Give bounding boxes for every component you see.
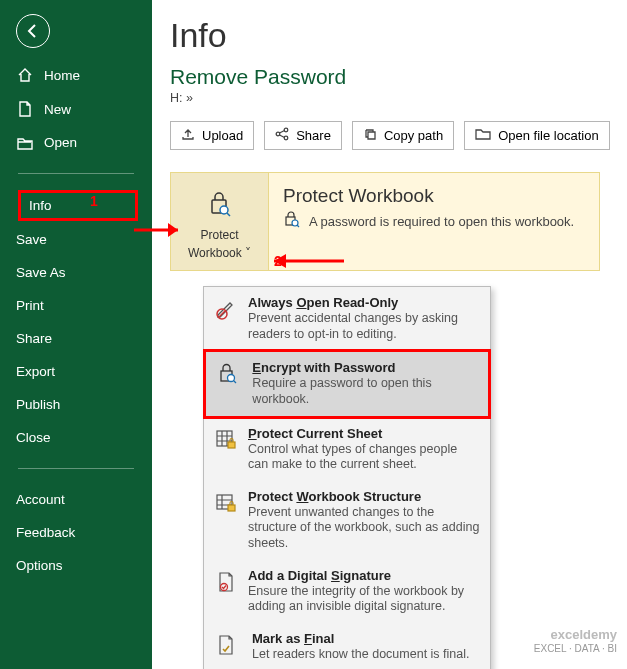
sidebar-item-label: Options — [16, 558, 63, 573]
sidebar-item-label: Info — [29, 198, 52, 213]
sidebar-item-export[interactable]: Export — [0, 355, 152, 388]
menu-item-title: Always Open Read-Only — [248, 295, 480, 310]
lock-magnifier-icon — [216, 360, 242, 407]
button-label-line2: Workbook ˅ — [188, 246, 251, 260]
menu-item-desc: Prevent accidental changes by asking rea… — [248, 311, 480, 342]
menu-item-title: Mark as Final — [252, 631, 469, 646]
menu-item-digital-signature[interactable]: Add a Digital SignatureEnsure the integr… — [204, 560, 490, 623]
sidebar-item-account[interactable]: Account — [0, 483, 152, 516]
menu-item-title: Encrypt with Password — [252, 360, 478, 375]
sidebar-item-label: Account — [16, 492, 65, 507]
watermark: exceldemyEXCEL · DATA · BI — [534, 627, 617, 655]
folder-icon — [475, 128, 491, 143]
menu-item-desc: Prevent unwanted changes to the structur… — [248, 505, 480, 552]
svg-rect-11 — [228, 442, 235, 448]
menu-item-title: Add a Digital Signature — [248, 568, 480, 583]
protect-workbook-section: Protect Workbook ˅ Protect Workbook A pa… — [170, 172, 600, 271]
svg-point-0 — [276, 132, 280, 136]
button-label: Share — [296, 128, 331, 143]
sidebar-item-home[interactable]: Home — [0, 58, 152, 92]
menu-item-protect-structure[interactable]: Protect Workbook StructurePrevent unwant… — [204, 481, 490, 560]
sidebar-item-label: Export — [16, 364, 55, 379]
document-path: H: » — [170, 91, 627, 105]
menu-item-desc: Require a password to open this workbook… — [252, 376, 478, 407]
info-toolbar: Upload Share Copy path Open file locatio… — [170, 121, 627, 150]
new-icon — [16, 101, 34, 117]
upload-button[interactable]: Upload — [170, 121, 254, 150]
sidebar-item-label: Share — [16, 331, 52, 346]
open-location-button[interactable]: Open file location — [464, 121, 609, 150]
sidebar-item-label: Open — [44, 135, 77, 150]
menu-item-protect-sheet[interactable]: Protect Current SheetControl what types … — [204, 418, 490, 481]
open-icon — [16, 136, 34, 150]
svg-rect-13 — [228, 505, 235, 511]
lock-magnifier-icon — [283, 211, 301, 232]
lock-magnifier-icon — [205, 189, 235, 224]
svg-point-4 — [220, 206, 228, 214]
sidebar-item-save-as[interactable]: Save As — [0, 256, 152, 289]
divider — [18, 468, 134, 469]
button-label: Open file location — [498, 128, 598, 143]
sidebar-item-label: Home — [44, 68, 80, 83]
sidebar-item-close[interactable]: Close — [0, 421, 152, 454]
back-button[interactable] — [16, 14, 50, 48]
sheet-lock-icon — [214, 426, 238, 473]
page-title: Info — [170, 16, 627, 55]
workbook-lock-icon — [214, 489, 238, 552]
menu-item-title: Protect Workbook Structure — [248, 489, 480, 504]
sidebar-item-label: Save — [16, 232, 47, 247]
menu-item-desc: Control what types of changes people can… — [248, 442, 480, 473]
menu-item-desc: Let readers know the document is final. — [252, 647, 469, 663]
signature-icon — [214, 568, 238, 615]
menu-item-encrypt[interactable]: Encrypt with PasswordRequire a password … — [203, 349, 491, 418]
copy-icon — [363, 127, 377, 144]
protect-workbook-button[interactable]: Protect Workbook ˅ — [171, 173, 269, 270]
button-label-line1: Protect — [200, 228, 238, 242]
sidebar-item-label: Print — [16, 298, 44, 313]
home-icon — [16, 67, 34, 83]
button-label: Upload — [202, 128, 243, 143]
sidebar-item-publish[interactable]: Publish — [0, 388, 152, 421]
backstage-sidebar: Home New Open Info Save Save As Print Sh… — [0, 0, 152, 669]
sidebar-item-info[interactable]: Info — [18, 190, 138, 221]
sidebar-item-label: Save As — [16, 265, 66, 280]
sidebar-item-label: Close — [16, 430, 51, 445]
menu-item-read-only[interactable]: Always Open Read-OnlyPrevent accidental … — [204, 287, 490, 350]
menu-item-desc: Ensure the integrity of the workbook by … — [248, 584, 480, 615]
share-button[interactable]: Share — [264, 121, 342, 150]
divider — [18, 173, 134, 174]
sidebar-item-label: Publish — [16, 397, 60, 412]
pencil-block-icon — [214, 295, 238, 342]
menu-item-title: Protect Current Sheet — [248, 426, 480, 441]
sidebar-item-label: New — [44, 102, 71, 117]
section-description: A password is required to open this work… — [309, 214, 574, 229]
svg-point-1 — [284, 128, 288, 132]
section-heading: Protect Workbook — [283, 185, 574, 207]
upload-icon — [181, 127, 195, 144]
share-icon — [275, 127, 289, 144]
document-name: Remove Password — [170, 65, 627, 89]
sidebar-item-feedback[interactable]: Feedback — [0, 516, 152, 549]
svg-point-2 — [284, 136, 288, 140]
svg-point-9 — [228, 375, 235, 382]
document-check-icon — [214, 631, 242, 663]
sidebar-item-print[interactable]: Print — [0, 289, 152, 322]
sidebar-item-share[interactable]: Share — [0, 322, 152, 355]
sidebar-item-options[interactable]: Options — [0, 549, 152, 582]
sidebar-item-label: Feedback — [16, 525, 75, 540]
sidebar-item-save[interactable]: Save — [0, 223, 152, 256]
protect-workbook-menu: Always Open Read-OnlyPrevent accidental … — [203, 286, 491, 669]
button-label: Copy path — [384, 128, 443, 143]
sidebar-item-new[interactable]: New — [0, 92, 152, 126]
copy-path-button[interactable]: Copy path — [352, 121, 454, 150]
sidebar-item-open[interactable]: Open — [0, 126, 152, 159]
menu-item-mark-final[interactable]: Mark as FinalLet readers know the docume… — [204, 623, 490, 669]
